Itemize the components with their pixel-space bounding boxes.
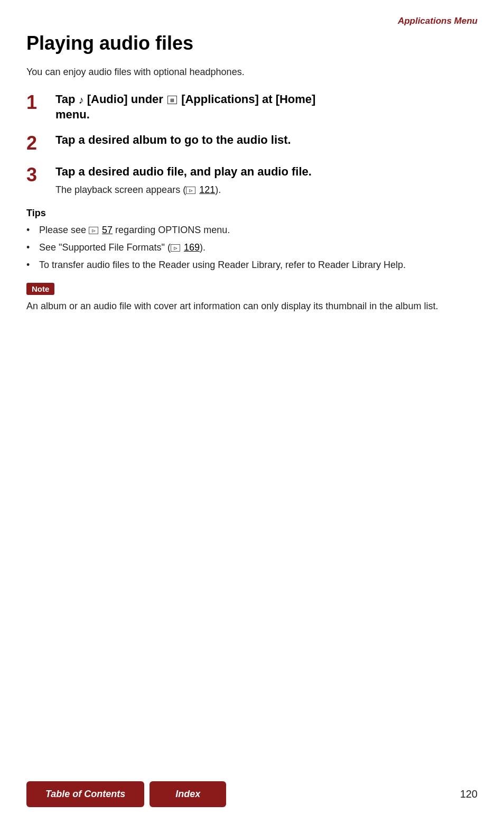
index-button[interactable]: Index [150,781,226,807]
step-text-3: Tap a desired audio file, and play an au… [55,164,312,180]
link-169[interactable]: 169 [184,242,200,253]
step-subtext-3: The playback screen appears (⊳ 121). [55,183,312,197]
page-footer: Table of Contents Index 120 [0,781,504,807]
header-label: Applications Menu [398,16,478,26]
step-number-1: 1 [26,92,55,113]
page-number: 120 [460,788,478,800]
tip-text-2: See "Supported File Formats" (⊳ 169). [39,241,478,255]
step-text-2: Tap a desired album to go to the audio l… [55,133,478,148]
link-121[interactable]: 121 [199,184,215,195]
tip-text-3: To transfer audio files to the Reader us… [39,258,478,272]
bullet-1: • [26,223,37,237]
step-number-2: 2 [26,133,55,154]
step-1: 1 Tap ♪ [Audio] under ⊞ [Applications] a… [26,92,478,122]
step-number-3: 3 [26,164,55,186]
tip-text-1: Please see ⊳ 57 regarding OPTIONS menu. [39,223,478,237]
tips-title: Tips [26,208,478,219]
link-57[interactable]: 57 [102,225,113,235]
note-badge: Note [26,283,54,295]
page-container: Applications Menu Playing audio files Yo… [0,0,504,823]
step-3: 3 Tap a desired audio file, and play an … [26,164,478,197]
tips-section: Tips • Please see ⊳ 57 regarding OPTIONS… [26,208,478,272]
intro-text: You can enjoy audio files with optional … [26,65,478,79]
tip-item-3: • To transfer audio files to the Reader … [26,258,478,272]
app-grid-icon: ⊞ [167,96,177,104]
ref-icon-169: ⊳ [171,244,180,252]
step-text-1: Tap ♪ [Audio] under ⊞ [Applications] at … [55,92,315,122]
note-section: Note An album or an audio file with cove… [26,283,478,313]
ref-icon-57: ⊳ [89,227,98,234]
footer-buttons: Table of Contents Index [26,781,226,807]
toc-button[interactable]: Table of Contents [26,781,144,807]
tip-item-2: • See "Supported File Formats" (⊳ 169). [26,241,478,255]
note-text: An album or an audio file with cover art… [26,299,478,313]
step-2: 2 Tap a desired album to go to the audio… [26,133,478,154]
page-title: Playing audio files [26,32,478,54]
ref-icon-121: ⊳ [186,187,195,194]
bullet-2: • [26,241,37,255]
music-icon: ♪ [79,94,84,106]
bullet-3: • [26,258,37,272]
header-section: Applications Menu [26,16,478,26]
tip-item-1: • Please see ⊳ 57 regarding OPTIONS menu… [26,223,478,237]
